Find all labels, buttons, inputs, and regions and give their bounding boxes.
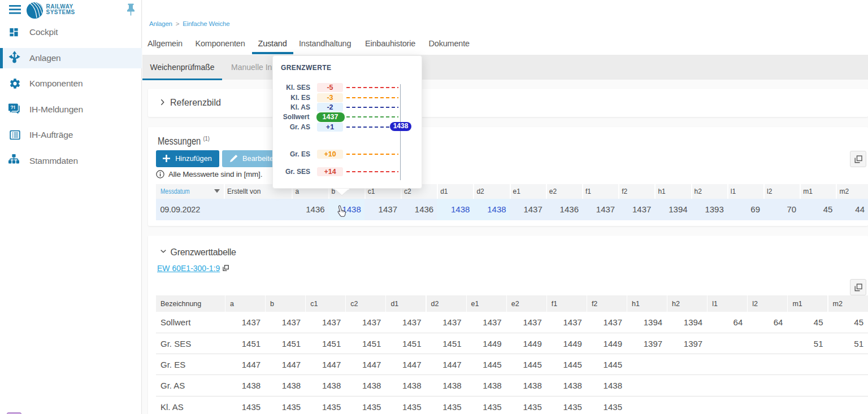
svg-text:?!: ?! <box>10 104 15 110</box>
